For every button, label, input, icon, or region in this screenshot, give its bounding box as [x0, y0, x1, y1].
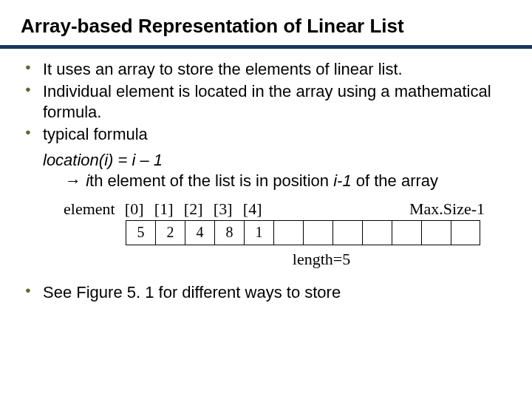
length-label: length=5 — [21, 250, 511, 269]
array-cell: 8 — [214, 220, 244, 245]
index-label: [0] — [120, 200, 149, 219]
formula-line1: location(i) = i – 1 — [43, 150, 511, 171]
formula-text: of the array — [352, 171, 438, 190]
bullet-item: Individual element is located in the arr… — [25, 81, 511, 123]
array-cell — [421, 220, 451, 245]
array-cell: 1 — [244, 220, 273, 245]
formula-text: th element of the list is in position — [89, 171, 333, 190]
bullet-item: It uses an array to store the elements o… — [25, 59, 511, 80]
array-cell: 2 — [155, 220, 185, 245]
array-row: 5 2 4 8 1 — [21, 220, 511, 245]
index-label: [2] — [179, 200, 208, 219]
formula-line2: → ith element of the list is in position… — [43, 171, 511, 192]
title-underline — [0, 45, 532, 49]
array-index-labels: element [0] [1] [2] [3] [4] Max.Size-1 — [21, 200, 511, 219]
bullet-item: typical formula — [25, 124, 511, 145]
array-cell — [392, 220, 421, 245]
bullet-list-2: See Figure 5. 1 for different ways to st… — [21, 282, 511, 304]
element-label: element — [64, 200, 115, 219]
array-cell — [451, 220, 480, 245]
array-cell: 4 — [185, 220, 214, 245]
array-cell — [273, 220, 303, 245]
index-label: [4] — [238, 200, 267, 219]
index-label: [1] — [149, 200, 179, 219]
bullet-item: See Figure 5. 1 for different ways to st… — [25, 282, 511, 304]
array-cell: 5 — [126, 220, 155, 245]
formula-block: location(i) = i – 1 → ith element of the… — [21, 150, 511, 192]
array-cell — [362, 220, 392, 245]
array-cell — [303, 220, 332, 245]
array-cell — [332, 220, 362, 245]
slide-title: Array-based Representation of Linear Lis… — [21, 15, 511, 38]
bullet-list: It uses an array to store the elements o… — [21, 59, 511, 146]
formula-im1: i-1 — [333, 171, 351, 190]
index-label: [3] — [208, 200, 238, 219]
arrow-right-icon: → — [65, 171, 81, 190]
maxsize-label: Max.Size-1 — [409, 200, 511, 219]
